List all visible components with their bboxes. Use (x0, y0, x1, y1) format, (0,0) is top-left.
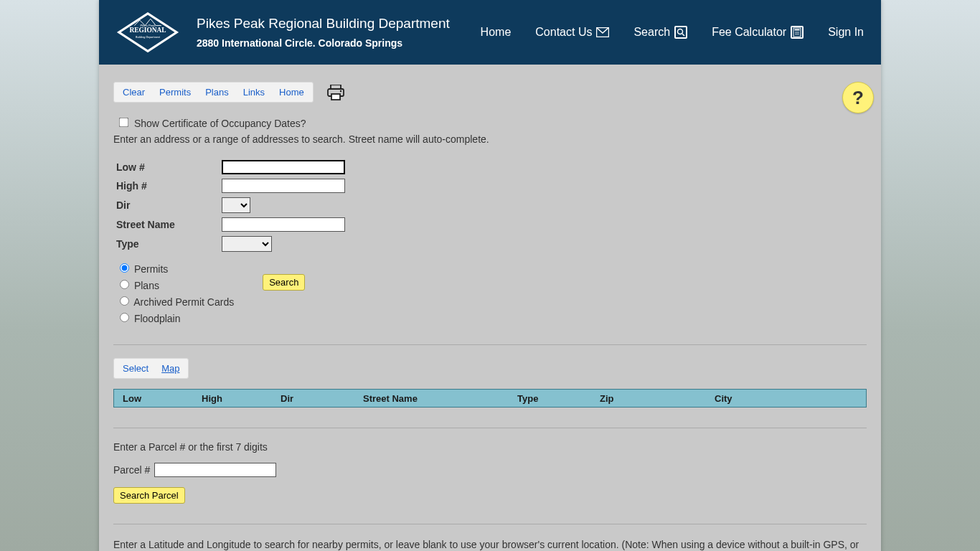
logo: REGIONAL Pikes Peak Building Department (112, 9, 184, 55)
toolbar-links[interactable]: Links (243, 87, 265, 98)
parcel-label: Parcel # (113, 464, 150, 476)
label-type: Type (113, 235, 221, 253)
mail-icon (596, 26, 609, 39)
input-low[interactable] (222, 160, 345, 174)
nav-contact[interactable]: Contact Us (535, 26, 609, 39)
col-type: Type (509, 393, 591, 404)
svg-text:REGIONAL: REGIONAL (130, 27, 166, 34)
radio-plans-label[interactable]: Plans (116, 278, 234, 291)
latlng-intro: Enter a Latitude and Longitude to search… (113, 537, 867, 551)
address-intro: Enter an address or a range of addresses… (113, 133, 867, 145)
nav-search[interactable]: Search (633, 26, 687, 39)
input-parcel[interactable] (154, 463, 276, 477)
col-street: Street Name (354, 393, 509, 404)
site-subtitle: 2880 International Circle. Colorado Spri… (197, 37, 450, 49)
occupancy-checkbox[interactable] (119, 118, 129, 128)
svg-text:Building Department: Building Department (136, 36, 161, 39)
svg-point-19 (340, 90, 341, 91)
select-type[interactable] (222, 236, 272, 252)
svg-line-7 (682, 34, 684, 36)
nav-home[interactable]: Home (481, 26, 512, 39)
input-high[interactable] (222, 179, 345, 193)
select-dir[interactable] (222, 197, 250, 213)
col-high: High (193, 393, 272, 404)
occupancy-checkbox-label[interactable]: Show Certificate of Occupancy Dates? (116, 118, 306, 129)
nav-signin[interactable]: Sign In (828, 26, 864, 39)
label-high: High # (113, 178, 221, 194)
action-toolbar: Clear Permits Plans Links Home (113, 82, 314, 103)
svg-rect-16 (331, 85, 341, 89)
svg-rect-18 (331, 94, 340, 100)
svg-point-13 (795, 34, 796, 35)
parcel-intro: Enter a Parcel # or the first 7 digits (113, 441, 867, 453)
svg-point-15 (798, 34, 799, 35)
radio-floodplain[interactable] (120, 313, 129, 322)
toolbar-permits[interactable]: Permits (159, 87, 191, 98)
svg-point-11 (796, 32, 798, 33)
radio-archived-label[interactable]: Archived Permit Cards (116, 294, 234, 308)
calculator-icon (791, 26, 804, 39)
title-block: Pikes Peak Regional Building Department … (197, 16, 450, 49)
svg-point-10 (795, 32, 796, 33)
col-zip: Zip (591, 393, 706, 404)
svg-point-12 (798, 32, 799, 33)
col-low: Low (114, 393, 193, 404)
col-dir: Dir (272, 393, 354, 404)
toolbar-clear[interactable]: Clear (123, 87, 145, 98)
results-select[interactable]: Select (123, 363, 149, 374)
radio-permits-label[interactable]: Permits (116, 261, 234, 275)
results-header-row: Low High Dir Street Name Type Zip City (113, 389, 867, 408)
radio-permits[interactable] (120, 263, 129, 273)
radio-archived[interactable] (120, 296, 129, 306)
radio-floodplain-label[interactable]: Floodplain (116, 311, 234, 324)
col-city: City (706, 393, 866, 404)
search-parcel-button[interactable]: Search Parcel (113, 487, 185, 504)
help-button[interactable]: ? (842, 82, 874, 113)
label-dir: Dir (113, 197, 221, 214)
svg-point-6 (678, 29, 683, 34)
nav-fee-calculator[interactable]: Fee Calculator (712, 26, 804, 39)
svg-text:Pikes Peak: Pikes Peak (140, 24, 156, 27)
radio-plans[interactable] (120, 280, 129, 289)
site-header: REGIONAL Pikes Peak Building Department … (99, 0, 881, 65)
search-icon (674, 26, 687, 39)
site-title: Pikes Peak Regional Building Department (197, 16, 450, 32)
svg-point-14 (796, 34, 798, 35)
results-map[interactable]: Map (161, 363, 179, 374)
toolbar-home[interactable]: Home (279, 87, 304, 98)
print-icon[interactable] (326, 85, 345, 100)
search-button[interactable]: Search (263, 274, 305, 291)
results-toolbar: Select Map (113, 358, 189, 379)
svg-rect-9 (795, 29, 800, 31)
input-street[interactable] (222, 217, 345, 232)
label-low: Low # (113, 159, 221, 175)
toolbar-plans[interactable]: Plans (205, 87, 229, 98)
label-street: Street Name (113, 217, 221, 232)
